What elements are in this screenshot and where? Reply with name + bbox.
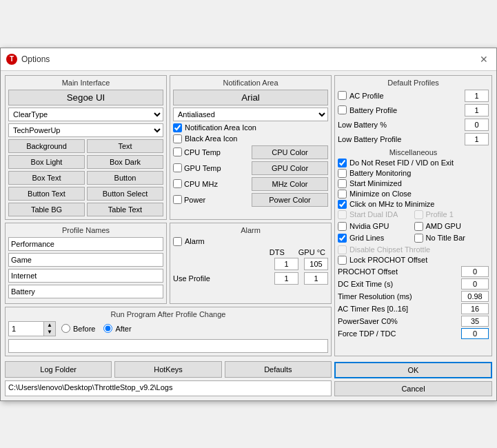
button-text-btn[interactable]: Button Text xyxy=(8,187,85,201)
force-tdp-tdc-input[interactable] xyxy=(461,328,489,339)
default-profiles-title: Default Profiles xyxy=(338,79,489,87)
profile-name-4[interactable] xyxy=(8,285,163,298)
grid-lines-col: Grid Lines xyxy=(338,234,413,243)
profile-name-2[interactable] xyxy=(8,253,163,267)
title-bar: T Options ✕ xyxy=(1,48,496,71)
black-area-icon-row: Black Area Icon xyxy=(173,134,328,143)
do-not-reset-fid-checkbox[interactable] xyxy=(338,159,347,167)
no-title-bar-checkbox[interactable] xyxy=(414,234,423,243)
box-dark-btn[interactable]: Box Dark xyxy=(87,155,163,169)
before-radio-label: Before xyxy=(61,324,95,333)
low-battery-pct-input[interactable] xyxy=(465,119,489,131)
run-program-panel: Run Program After Profile Change ▲ ▼ Bef… xyxy=(5,307,332,356)
button-btn[interactable]: Button xyxy=(87,171,163,185)
lock-prochot-checkbox[interactable] xyxy=(338,256,347,265)
use-profile-dts-input[interactable] xyxy=(274,272,298,285)
dts-value-input[interactable] xyxy=(274,258,298,270)
options-window: T Options ✕ Main Interface Segoe UI Clea… xyxy=(0,48,497,401)
profile-name-3[interactable] xyxy=(8,269,163,283)
power-color-btn[interactable]: Power Color xyxy=(252,193,328,207)
mhz-color-btn[interactable]: MHz Color xyxy=(252,177,328,191)
click-mhz-minimize-row: Click on MHz to Minimize xyxy=(338,200,489,209)
cpu-temp-checkbox[interactable] xyxy=(173,147,182,156)
alarm-label: Alarm xyxy=(185,237,205,245)
nvidia-gpu-checkbox[interactable] xyxy=(338,222,347,231)
profile-spinner-input[interactable] xyxy=(9,323,43,334)
button-select-btn[interactable]: Button Select xyxy=(87,187,163,201)
notification-area-icon-checkbox[interactable] xyxy=(173,123,182,132)
minimize-on-close-checkbox[interactable] xyxy=(338,190,347,198)
amd-gpu-checkbox[interactable] xyxy=(414,222,423,231)
antialiased-select[interactable]: Antialiased Standard xyxy=(173,108,328,121)
power-row: Power xyxy=(173,193,250,207)
start-minimized-checkbox[interactable] xyxy=(338,179,347,188)
table-bg-btn[interactable]: Table BG xyxy=(8,203,85,216)
spinner-buttons: ▲ ▼ xyxy=(43,322,55,336)
cpu-color-btn[interactable]: CPU Color xyxy=(252,145,328,159)
profile-1-checkbox[interactable] xyxy=(414,210,423,219)
box-light-btn[interactable]: Box Light xyxy=(8,155,85,169)
after-radio[interactable] xyxy=(103,324,112,333)
low-battery-profile-label: Low Battery Profile xyxy=(338,135,462,143)
minimize-on-close-row: Minimize on Close xyxy=(338,190,489,198)
ac-timer-res-row: AC Timer Res [0..16] xyxy=(338,303,489,314)
ok-button[interactable]: OK xyxy=(334,362,492,378)
profile-name-1[interactable] xyxy=(8,237,163,251)
gpu-row: Nvidia GPU AMD GPU xyxy=(338,222,489,232)
log-folder-btn[interactable]: Log Folder xyxy=(5,361,112,378)
box-text-btn[interactable]: Box Text xyxy=(8,171,85,185)
text-btn[interactable]: Text xyxy=(87,139,163,153)
spinner-up-btn[interactable]: ▲ xyxy=(44,322,55,329)
power-checkbox[interactable] xyxy=(173,195,182,204)
antialiased-row: Antialiased Standard xyxy=(173,108,328,121)
battery-monitoring-checkbox[interactable] xyxy=(338,169,347,178)
use-profile-gpu-input[interactable] xyxy=(304,272,328,285)
start-dual-ida-checkbox[interactable] xyxy=(338,210,347,219)
cancel-button[interactable]: Cancel xyxy=(334,381,492,396)
ac-timer-res-input[interactable] xyxy=(461,303,489,314)
black-area-icon-checkbox[interactable] xyxy=(173,134,182,143)
run-program-controls: ▲ ▼ Before After xyxy=(8,321,328,336)
notif-checks-grid: CPU Temp CPU Color GPU Temp GPU Color CP… xyxy=(173,145,328,207)
nvidia-gpu-col: Nvidia GPU xyxy=(338,222,413,231)
use-profile-label: Use Profile xyxy=(173,274,274,283)
gpu-temp-checkbox[interactable] xyxy=(173,163,182,172)
hotkeys-btn[interactable]: HotKeys xyxy=(114,361,221,378)
timer-resolution-input[interactable] xyxy=(461,291,489,302)
table-text-btn[interactable]: Table Text xyxy=(87,203,163,216)
disable-chipset-throttle-checkbox[interactable] xyxy=(338,245,347,254)
background-btn[interactable]: Background xyxy=(8,139,85,153)
techpowerup-select[interactable]: TechPowerUp xyxy=(8,123,163,137)
cpu-mhz-checkbox[interactable] xyxy=(173,179,182,188)
battery-profile-input[interactable] xyxy=(465,104,489,116)
notification-area-icon-label: Notification Area Icon xyxy=(185,123,256,132)
gpu-color-btn[interactable]: GPU Color xyxy=(252,161,328,175)
font-button[interactable]: Segoe UI xyxy=(8,90,163,105)
before-radio[interactable] xyxy=(61,324,70,333)
profile-names-panel: Profile Names xyxy=(5,223,167,304)
spinner-down-btn[interactable]: ▼ xyxy=(44,329,55,336)
cleartype-select[interactable]: ClearType Standard Natural xyxy=(8,108,163,121)
app-icon: T xyxy=(6,54,17,65)
notif-font-button[interactable]: Arial xyxy=(173,90,328,105)
dc-exit-time-input[interactable] xyxy=(461,278,489,289)
grid-lines-checkbox[interactable] xyxy=(338,234,347,243)
powersaver-c0-input[interactable] xyxy=(461,316,489,327)
defaults-btn[interactable]: Defaults xyxy=(225,361,332,378)
battery-profile-checkbox[interactable] xyxy=(338,105,347,114)
prochot-offset-input[interactable] xyxy=(461,266,489,277)
program-path-input[interactable] xyxy=(8,339,328,353)
cpu-mhz-label: CPU MHz xyxy=(184,180,218,188)
timer-resolution-row: Timer Resolution (ms) xyxy=(338,291,489,302)
alarm-checkbox[interactable] xyxy=(173,237,182,246)
low-battery-profile-input[interactable] xyxy=(465,133,489,145)
close-button[interactable]: ✕ xyxy=(477,52,491,66)
ac-profile-input[interactable] xyxy=(465,90,489,102)
notification-icon-row: Notification Area Icon xyxy=(173,123,328,132)
gpu-c-value-input[interactable] xyxy=(304,258,328,270)
amd-gpu-col: AMD GPU xyxy=(414,222,489,231)
click-mhz-minimize-checkbox[interactable] xyxy=(338,200,347,209)
title-bar-left: T Options xyxy=(6,54,50,65)
ac-profile-checkbox[interactable] xyxy=(338,91,347,100)
run-program-title: Run Program After Profile Change xyxy=(8,310,328,318)
